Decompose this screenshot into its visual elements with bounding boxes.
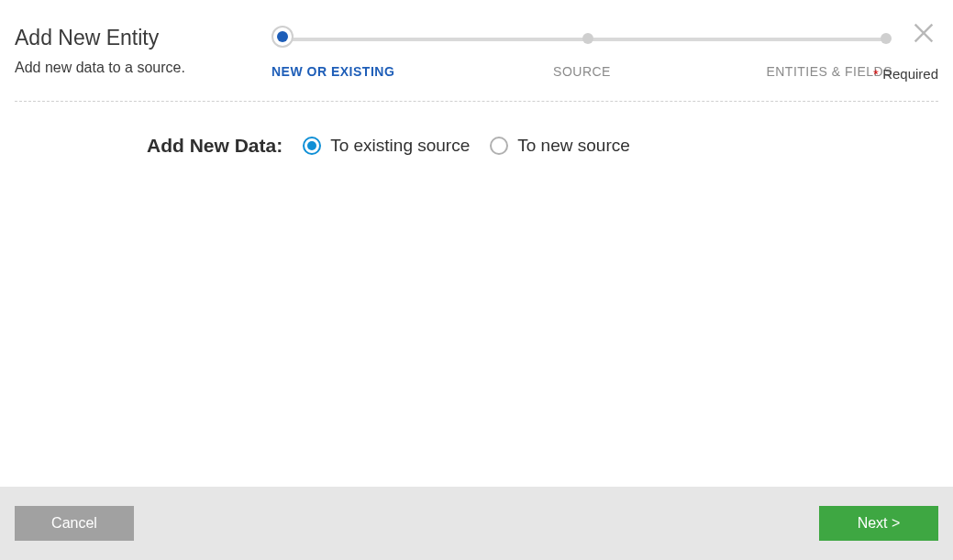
radio-new-source[interactable]: To new source <box>490 136 630 156</box>
required-label: Required <box>882 66 938 82</box>
radio-existing-source[interactable]: To existing source <box>303 136 470 156</box>
page-subtitle: Add new data to a source. <box>15 60 226 76</box>
radio-label: To existing source <box>330 136 470 156</box>
required-indicator: * Required <box>873 66 938 82</box>
page-title: Add New Entity <box>15 26 226 50</box>
next-button[interactable]: Next > <box>819 506 938 541</box>
close-icon[interactable] <box>911 20 936 46</box>
radio-icon <box>490 137 508 155</box>
wizard-stepper: NEW OR EXISTING SOURCE ENTITIES & FIELDS <box>226 26 938 79</box>
step-node-entities-fields[interactable] <box>877 29 895 48</box>
step-node-source[interactable] <box>579 29 597 48</box>
wizard-footer: Cancel Next > <box>0 487 953 560</box>
step-label-new-or-existing[interactable]: NEW OR EXISTING <box>271 64 479 79</box>
radio-label: To new source <box>517 136 630 156</box>
step-node-new-or-existing[interactable] <box>275 29 294 48</box>
step-label-entities-fields[interactable]: ENTITIES & FIELDS <box>685 64 892 79</box>
step-label-source[interactable]: SOURCE <box>479 64 686 79</box>
radio-icon <box>303 137 321 155</box>
required-asterisk-icon: * <box>873 66 879 82</box>
add-new-data-prompt: Add New Data: <box>147 135 283 157</box>
cancel-button[interactable]: Cancel <box>15 506 134 541</box>
